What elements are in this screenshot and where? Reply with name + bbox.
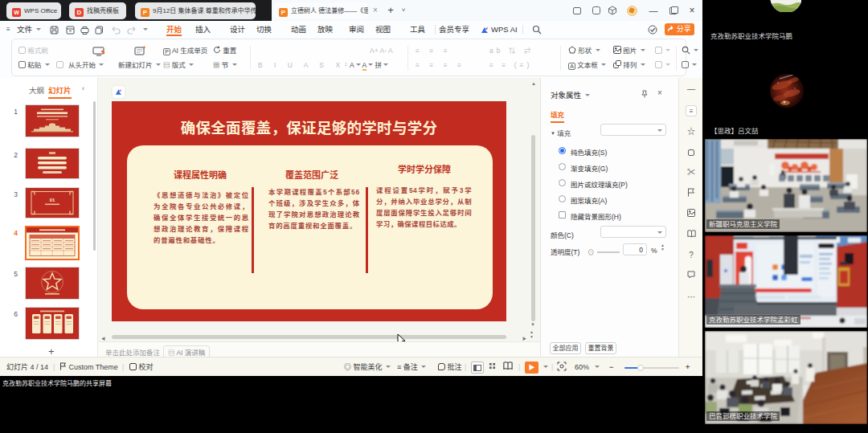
svg-text:01: 01 xyxy=(50,198,55,202)
